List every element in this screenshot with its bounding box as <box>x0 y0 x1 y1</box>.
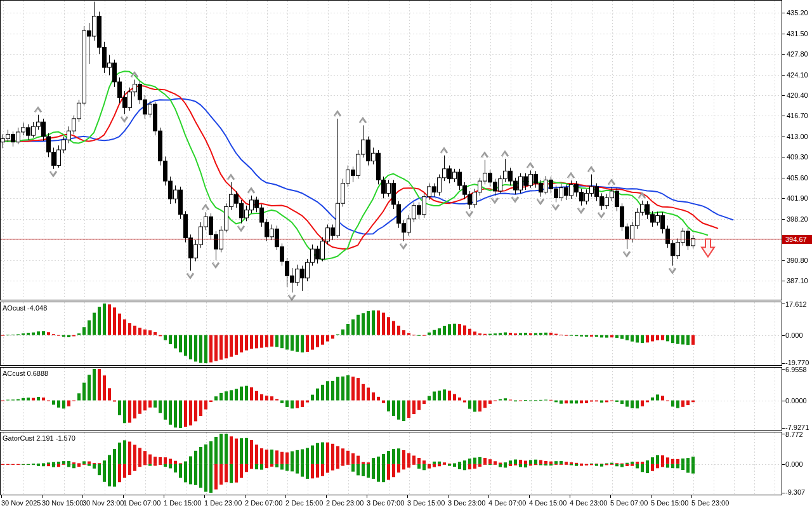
price-tick-label: 420.40 <box>787 91 808 99</box>
price-tick-label: 413.00 <box>787 133 808 140</box>
time-axis-label: 1 Dec 07:00 <box>123 499 160 507</box>
chart-canvas[interactable] <box>0 0 812 508</box>
price-tick-label: 390.80 <box>787 257 808 264</box>
time-axis-label: 4 Dec 15:00 <box>529 499 566 507</box>
time-axis-label: 1 Dec 23:00 <box>204 499 242 507</box>
indicator-label-gator: GatorCust 2.191 -1.570 <box>3 434 75 443</box>
time-axis-label: 3 Dec 23:00 <box>448 499 485 507</box>
time-axis-label: 2 Dec 23:00 <box>326 499 363 507</box>
indicator-scale-label: 8.772 <box>785 431 803 438</box>
time-axis-label: 5 Dec 07:00 <box>610 499 648 507</box>
indicator-label-ac: ACcust 0.6888 <box>3 370 48 378</box>
time-axis-label: 4 Dec 07:00 <box>488 499 526 507</box>
indicator-scale-label: 17.612 <box>785 300 807 308</box>
price-tick-label: 424.10 <box>787 71 808 79</box>
time-axis-label: 5 Dec 23:00 <box>691 499 729 507</box>
indicator-scale-label: 0.000 <box>785 460 803 468</box>
price-tick-label: 398.20 <box>787 215 808 223</box>
time-axis-label: 30 Nov 15:00 <box>42 499 83 507</box>
time-axis-label: 5 Dec 15:00 <box>651 499 688 507</box>
time-axis-label: 30 Nov 2025 <box>1 499 41 507</box>
price-tick-label: 401.90 <box>787 194 808 202</box>
indicator-scale-label: 0.0000 <box>785 397 807 404</box>
time-axis-label: 30 Nov 23:00 <box>82 499 124 507</box>
trading-chart-window: AOcust -4.048 ACcust 0.6888 GatorCust 2.… <box>0 0 812 508</box>
indicator-scale-label: 6.9558 <box>785 366 807 373</box>
current-price-badge: 394.67 <box>782 235 812 244</box>
time-axis-label: 3 Dec 15:00 <box>407 499 445 507</box>
price-tick-label: 409.30 <box>787 153 808 161</box>
price-tick-label: 387.10 <box>787 277 808 284</box>
price-tick-label: 427.80 <box>787 50 808 58</box>
indicator-scale-label: 0.000 <box>785 331 803 339</box>
indicator-scale-label: -9.307 <box>785 488 805 496</box>
price-tick-label: 405.60 <box>787 174 808 182</box>
price-tick-label: 431.50 <box>787 30 808 37</box>
time-axis-label: 4 Dec 23:00 <box>570 499 607 507</box>
time-axis-label: 1 Dec 15:00 <box>164 499 201 507</box>
price-tick-label: 416.70 <box>787 112 808 119</box>
time-axis-label: 2 Dec 15:00 <box>285 499 323 507</box>
indicator-label-ao: AOcust -4.048 <box>3 304 47 312</box>
time-axis-label: 2 Dec 07:00 <box>245 499 282 507</box>
price-tick-label: 435.20 <box>787 9 808 17</box>
time-axis-label: 3 Dec 07:00 <box>367 499 404 507</box>
